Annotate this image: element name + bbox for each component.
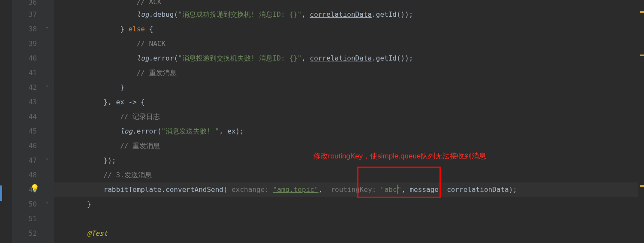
annotation-text: 修改routingKey，使simple.queue队列无法接收到消息 bbox=[313, 151, 486, 161]
code-line[interactable]: // 3.发送消息 bbox=[54, 168, 644, 182]
fold-close-icon[interactable]: ⌃ bbox=[45, 201, 51, 207]
code-editor[interactable]: 36 37 38 39 40 41 42 43 44 45 46 47 48 4… bbox=[0, 0, 644, 243]
argument: correlationData bbox=[447, 185, 509, 194]
comment: // 记录日志 bbox=[120, 112, 160, 121]
line-number[interactable]: 45 bbox=[12, 124, 37, 139]
fold-close-icon[interactable]: ⌃ bbox=[45, 85, 51, 90]
line-number[interactable]: 44 bbox=[12, 109, 37, 124]
method-call: getId bbox=[376, 10, 397, 18]
code-line[interactable]: // 重发消息 bbox=[54, 66, 644, 80]
identifier: log bbox=[137, 54, 149, 62]
line-number[interactable]: 48 bbox=[12, 168, 37, 182]
line-number[interactable]: 46 bbox=[12, 139, 37, 153]
code-line[interactable]: // NACK bbox=[54, 36, 644, 51]
lightbulb-icon[interactable]: 💡 bbox=[30, 185, 38, 192]
fold-column[interactable]: ⌃ ⌃ ⌃ ⌃ bbox=[42, 0, 54, 243]
comment: // 重发消息 bbox=[120, 142, 160, 150]
argument: message bbox=[409, 185, 438, 194]
annotation: @Test bbox=[87, 229, 108, 237]
method-call: error bbox=[153, 54, 174, 62]
argument: ex bbox=[227, 127, 235, 135]
identifier: log bbox=[137, 10, 149, 18]
comment: // 重发消息 bbox=[137, 69, 177, 77]
line-number[interactable]: 39 bbox=[12, 36, 37, 51]
parameter-hint: routingKey: bbox=[331, 185, 376, 194]
line-number[interactable]: 51 bbox=[12, 212, 37, 226]
code-line[interactable]: }, ex -> { bbox=[54, 95, 644, 109]
code-line[interactable] bbox=[54, 212, 644, 226]
line-number[interactable]: 41 bbox=[12, 66, 37, 80]
identifier: log bbox=[120, 127, 132, 135]
comment: // ACK bbox=[137, 0, 162, 6]
identifier: rabbitTemplate bbox=[104, 185, 162, 194]
code-line[interactable]: log.error("消息投递到交换机失败! 消息ID: {}", correl… bbox=[54, 51, 644, 66]
variable: correlationData bbox=[310, 10, 372, 18]
method-call: getId bbox=[376, 54, 397, 62]
string-literal: "消息发送失败! " bbox=[161, 127, 219, 135]
code-line[interactable]: } else { bbox=[54, 22, 644, 36]
string-literal: " bbox=[397, 185, 402, 194]
method-call: debug bbox=[153, 10, 174, 18]
comment: // NACK bbox=[137, 39, 166, 48]
string-literal: "abc bbox=[380, 185, 397, 194]
fold-close-icon[interactable]: ⌃ bbox=[45, 26, 51, 31]
line-number[interactable]: 42 bbox=[12, 80, 37, 95]
comment: // 3.发送消息 bbox=[104, 171, 152, 179]
string-literal: "消息成功投递到交换机! 消息ID: {}" bbox=[178, 10, 301, 18]
line-number-gutter[interactable]: 36 37 38 39 40 41 42 43 44 45 46 47 48 4… bbox=[12, 0, 42, 243]
string-literal: "amq.topic" bbox=[273, 185, 319, 194]
code-line[interactable]: } bbox=[54, 80, 644, 95]
keyword: else bbox=[128, 25, 145, 33]
lambda: ex -> bbox=[116, 98, 137, 106]
line-number[interactable]: 50 bbox=[12, 197, 37, 212]
fold-close-icon[interactable]: ⌃ bbox=[45, 158, 51, 163]
left-margin bbox=[0, 0, 12, 243]
variable: correlationData bbox=[310, 54, 372, 62]
code-line-current[interactable]: rabbitTemplate.convertAndSend( exchange:… bbox=[54, 182, 644, 197]
code-line[interactable]: } bbox=[54, 197, 644, 212]
line-number[interactable]: 47 bbox=[12, 153, 37, 168]
line-number[interactable]: 37 bbox=[12, 7, 37, 22]
editor-scrollbar[interactable] bbox=[638, 0, 644, 243]
line-number[interactable]: 38 bbox=[12, 22, 37, 36]
code-line[interactable]: // 记录日志 bbox=[54, 109, 644, 124]
warning-marker[interactable] bbox=[640, 185, 644, 187]
code-content[interactable]: // ACK log.debug("消息成功投递到交换机! 消息ID: {}",… bbox=[54, 0, 644, 243]
line-number[interactable]: 40 bbox=[12, 51, 37, 66]
warning-marker[interactable] bbox=[640, 11, 644, 13]
line-number[interactable]: 52 bbox=[12, 226, 37, 241]
method-call: convertAndSend bbox=[166, 185, 223, 194]
parameter-hint: exchange: bbox=[232, 185, 269, 194]
code-line[interactable]: log.error("消息发送失败! ", ex); bbox=[54, 124, 644, 139]
line-number[interactable]: 43 bbox=[12, 95, 37, 109]
line-number[interactable]: 36 bbox=[12, 0, 37, 7]
string-literal: "消息投递到交换机失败! 消息ID: {}" bbox=[178, 54, 301, 62]
warning-marker[interactable] bbox=[640, 55, 644, 56]
change-marker bbox=[0, 185, 2, 201]
code-line[interactable]: // ACK bbox=[54, 0, 644, 7]
code-line[interactable]: log.debug("消息成功投递到交换机! 消息ID: {}", correl… bbox=[54, 7, 644, 22]
code-line[interactable]: @Test bbox=[54, 226, 644, 241]
method-call: error bbox=[137, 127, 157, 135]
